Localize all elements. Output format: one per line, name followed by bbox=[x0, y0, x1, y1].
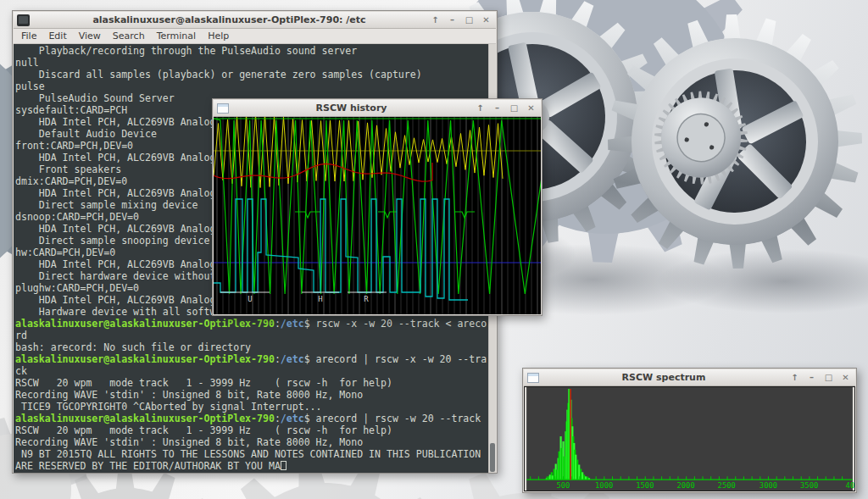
menu-item-view[interactable]: View bbox=[73, 30, 107, 42]
terminal-text-segment: rd bbox=[15, 330, 27, 341]
terminal-icon bbox=[17, 14, 30, 26]
terminal-text-segment: RSCW 20 wpm mode track 1 - 3999 Hz ( rsc… bbox=[15, 377, 392, 389]
history-decoded-letter: H bbox=[318, 295, 322, 303]
terminal-text-segment: Direct sample mixing device bbox=[15, 199, 198, 211]
terminal-line: alaskalinuxuser@alaskalinuxuser-OptiPlex… bbox=[15, 353, 488, 365]
shade-button[interactable]: ↑ bbox=[788, 373, 801, 382]
history-decoded-letter: U bbox=[248, 295, 252, 303]
terminal-text-segment: Recording WAVE 'stdin' : Unsigned 8 bit,… bbox=[15, 436, 363, 448]
terminal-line: null bbox=[15, 57, 488, 69]
maximize-button[interactable]: □ bbox=[822, 373, 835, 382]
terminal-line: ck bbox=[15, 365, 488, 377]
terminal-line: rd bbox=[15, 330, 488, 341]
spectrum-axis-label: 40 bbox=[846, 481, 855, 490]
close-button[interactable]: ✕ bbox=[480, 15, 492, 25]
terminal-title: alaskalinuxuser@alaskalinuxuser-OptiPlex… bbox=[34, 14, 425, 25]
rscw-spectrum-window: RSCW spectrum ↑ – □ ✕ 500100015002000250… bbox=[522, 368, 857, 493]
minimize-button[interactable]: – bbox=[491, 103, 504, 113]
spectrum-titlebar[interactable]: RSCW spectrum ↑ – □ ✕ bbox=[524, 369, 855, 386]
terminal-text-segment: Direct sample snooping device bbox=[15, 235, 209, 247]
terminal-text-segment: PulseAudio Sound Server bbox=[15, 92, 175, 104]
terminal-text-segment: Discard all samples (playback) or genera… bbox=[15, 69, 422, 80]
terminal-line: RSCW 20 wpm mode track 1 - 3999 Hz ( rsc… bbox=[15, 377, 488, 389]
terminal-text-segment: RSCW 20 wpm mode track 1 - 3999 Hz ( rsc… bbox=[15, 424, 392, 436]
terminal-line: alaskalinuxuser@alaskalinuxuser-OptiPlex… bbox=[15, 413, 488, 424]
terminal-line: N9 BT 2015TQ ALL RIGHTS TO THE LESSONS A… bbox=[15, 448, 488, 460]
terminal-text-segment: /etc bbox=[281, 413, 304, 424]
terminal-text-segment: HDA Intel PCH, ALC269VB Analog bbox=[15, 223, 215, 235]
terminal-text-segment: arecord | rscw -x -w 20 --tra bbox=[316, 353, 487, 365]
terminal-text-segment: N9 BT 2015TQ ALL RIGHTS TO THE LESSONS A… bbox=[15, 448, 481, 460]
history-title: RSCW history bbox=[233, 103, 470, 114]
terminal-text-segment: hw:CARD=PCH,DEV=0 bbox=[15, 247, 115, 258]
terminal-text-segment: Playback/recording through the PulseAudi… bbox=[15, 45, 357, 57]
history-oscilloscope: UHR bbox=[214, 117, 541, 314]
close-button[interactable]: ✕ bbox=[839, 373, 852, 382]
spectrum-axis-label: 1500 bbox=[636, 481, 654, 490]
shade-button[interactable]: ↑ bbox=[429, 15, 442, 25]
menu-item-help[interactable]: Help bbox=[202, 30, 235, 42]
desktop: { "window_controls": { "shade": "↑", "mi… bbox=[0, 0, 868, 499]
spectrum-axis-label: 1000 bbox=[595, 481, 613, 490]
spectrum-axis-label: 3000 bbox=[760, 481, 777, 490]
menu-item-file[interactable]: File bbox=[15, 30, 42, 42]
scrollbar-thumb[interactable] bbox=[490, 443, 495, 472]
spectrum-title: RSCW spectrum bbox=[543, 372, 784, 383]
terminal-text-segment: Direct hardware device without bbox=[15, 270, 215, 282]
terminal-text-segment: alaskalinuxuser@alaskalinuxuser-OptiPlex… bbox=[15, 413, 275, 424]
menu-item-search[interactable]: Search bbox=[107, 30, 151, 42]
terminal-line: Discard all samples (playback) or genera… bbox=[15, 69, 488, 80]
terminal-text-segment: plughw:CARD=PCH,DEV=0 bbox=[15, 282, 139, 294]
terminal-line: RSCW 20 wpm mode track 1 - 3999 Hz ( rsc… bbox=[15, 424, 488, 436]
terminal-line: Recording WAVE 'stdin' : Unsigned 8 bit,… bbox=[15, 389, 488, 401]
maximize-button[interactable]: □ bbox=[463, 15, 476, 25]
terminal-text-segment: bash: arecord: No such file or directory bbox=[15, 341, 251, 353]
terminal-text-segment: Hardware device with all softw bbox=[15, 306, 215, 318]
terminal-line: alaskalinuxuser@alaskalinuxuser-OptiPlex… bbox=[15, 318, 488, 330]
terminal-text-segment: HDA Intel PCH, ALC269VB Analog bbox=[15, 258, 215, 270]
terminal-text-segment: ck bbox=[15, 365, 27, 377]
terminal-text-segment: TICE9 TGCOPYRIGHT0 ^CAborted by signal I… bbox=[15, 401, 322, 413]
terminal-cursor bbox=[281, 461, 287, 470]
history-titlebar[interactable]: RSCW history ↑ – □ ✕ bbox=[214, 100, 541, 117]
maximize-button[interactable]: □ bbox=[508, 103, 520, 113]
terminal-line: Recording WAVE 'stdin' : Unsigned 8 bit,… bbox=[15, 436, 488, 448]
terminal-menubar: FileEditViewSearchTerminalHelp bbox=[14, 29, 496, 44]
terminal-text-segment: HDA Intel PCH, ALC269VB Analog bbox=[15, 294, 215, 306]
minimize-button[interactable]: – bbox=[446, 15, 459, 25]
terminal-text-segment: Front speakers bbox=[15, 164, 121, 175]
window-icon bbox=[527, 373, 539, 383]
shade-button[interactable]: ↑ bbox=[474, 103, 487, 113]
terminal-text-segment: alaskalinuxuser@alaskalinuxuser-OptiPlex… bbox=[15, 353, 275, 365]
terminal-text-segment: ARE RESERVED BY THE EDITOR/AUTHORAK BT Y… bbox=[15, 460, 281, 472]
terminal-text-segment: pulse bbox=[15, 80, 45, 92]
terminal-text-segment: dmix:CARD=PCH,DEV=0 bbox=[15, 175, 127, 187]
terminal-text-segment: $ bbox=[304, 318, 316, 330]
terminal-text-segment: $ bbox=[304, 413, 316, 424]
spectrum-axis-label: 2500 bbox=[718, 481, 736, 490]
terminal-text-segment: /etc bbox=[281, 318, 304, 330]
spectrum-axis-label: 2000 bbox=[676, 481, 694, 490]
terminal-text-segment: $ bbox=[304, 353, 316, 365]
terminal-text-segment: : bbox=[275, 353, 281, 365]
rscw-history-window: RSCW history ↑ – □ ✕ UHR bbox=[212, 98, 542, 316]
terminal-text-segment: : bbox=[275, 413, 281, 424]
menu-item-terminal[interactable]: Terminal bbox=[151, 30, 203, 42]
menu-item-edit[interactable]: Edit bbox=[42, 30, 72, 42]
terminal-line: TICE9 TGCOPYRIGHT0 ^CAborted by signal I… bbox=[15, 401, 488, 413]
window-icon bbox=[217, 103, 229, 114]
terminal-text-segment: sysdefault:CARD=PCH bbox=[15, 104, 127, 116]
minimize-button[interactable]: – bbox=[805, 373, 818, 382]
history-decoded-letter: R bbox=[364, 295, 369, 303]
terminal-line: Playback/recording through the PulseAudi… bbox=[15, 45, 488, 57]
close-button[interactable]: ✕ bbox=[525, 103, 537, 113]
terminal-titlebar[interactable]: alaskalinuxuser@alaskalinuxuser-OptiPlex… bbox=[14, 12, 496, 29]
terminal-text-segment: null bbox=[15, 57, 39, 69]
spectrum-axis-label: 500 bbox=[556, 481, 570, 490]
terminal-text-segment: dsnoop:CARD=PCH,DEV=0 bbox=[15, 211, 139, 223]
terminal-text-segment: HDA Intel PCH, ALC269VB Analog bbox=[15, 152, 215, 164]
terminal-text-segment: front:CARD=PCH,DEV=0 bbox=[15, 140, 133, 152]
terminal-text-segment: alaskalinuxuser@alaskalinuxuser-OptiPlex… bbox=[15, 318, 275, 330]
terminal-text-segment: HDA Intel PCH, ALC269VB Analog bbox=[15, 116, 215, 128]
terminal-text-segment: Recording WAVE 'stdin' : Unsigned 8 bit,… bbox=[15, 389, 363, 401]
